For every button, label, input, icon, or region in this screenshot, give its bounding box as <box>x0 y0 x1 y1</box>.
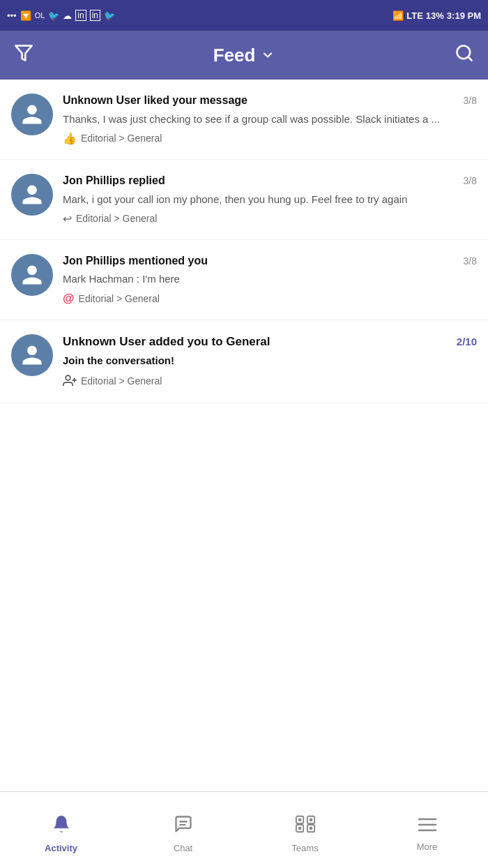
battery-label: 13% <box>426 10 444 21</box>
status-bar-icons: ••• 🔽 OL 🐦 ☁ in in 🐦 <box>7 10 115 21</box>
svg-point-12 <box>298 818 301 821</box>
feed-item-4[interactable]: Unknown User added you to General 2/10 J… <box>0 320 488 403</box>
twitter-icon-2: 🐦 <box>104 10 115 21</box>
wifi-icon: 📶 <box>392 10 404 21</box>
bell-icon <box>52 814 71 839</box>
svg-point-13 <box>309 818 312 821</box>
svg-point-3 <box>66 376 70 381</box>
dots-icon: ••• <box>7 10 17 21</box>
feed-meta-4: Editorial > General <box>63 373 477 389</box>
feed-meta-text-4: Editorial > General <box>81 375 162 387</box>
svg-marker-0 <box>15 45 31 60</box>
feed-date-3: 3/8 <box>464 255 477 267</box>
header-title: Feed <box>213 45 256 66</box>
feed-content-2: Jon Phillips replied 3/8 Mark, i got you… <box>63 174 477 225</box>
feed-meta-text-2: Editorial > General <box>76 213 157 224</box>
teams-icon <box>295 814 316 839</box>
feed-title-1: Unknown User liked your message <box>63 93 458 108</box>
header-title-area: Feed <box>213 45 275 66</box>
nav-item-teams[interactable]: Teams <box>244 807 366 853</box>
feed-date-4: 2/10 <box>457 336 477 347</box>
nav-item-chat[interactable]: Chat <box>122 807 244 853</box>
feed-content-1: Unknown User liked your message 3/8 Than… <box>63 93 477 145</box>
avatar-3 <box>11 254 53 296</box>
feed-item-1[interactable]: Unknown User liked your message 3/8 Than… <box>0 80 488 160</box>
feed-meta-1: 👍 Editorial > General <box>63 132 477 145</box>
cloud-icon: ☁ <box>63 10 72 21</box>
feed-title-4: Unknown User added you to General <box>63 334 451 350</box>
feed-meta-2: ↩ Editorial > General <box>63 212 477 225</box>
feed-body-2: Mark, i got your call ion my phone, then… <box>63 192 477 207</box>
like-icon: 👍 <box>63 132 77 145</box>
feed-body-4: Join the conversation! <box>63 353 477 368</box>
svg-point-15 <box>309 826 312 830</box>
app-icon-2: OL <box>35 11 45 20</box>
chevron-down-icon <box>261 48 275 62</box>
avatar-1 <box>11 93 53 135</box>
feed-date-2: 3/8 <box>464 175 477 186</box>
feed-title-row-2: Jon Phillips replied 3/8 <box>63 174 477 188</box>
header: Feed <box>0 31 488 80</box>
feed-title-3: Jon Phillips mentioned you <box>63 254 458 269</box>
more-icon <box>418 816 437 837</box>
nav-label-more: More <box>417 841 438 852</box>
feed-item-3[interactable]: Jon Phillips mentioned you 3/8 Mark Hach… <box>0 240 488 321</box>
feed-meta-3: @ Editorial > General <box>63 292 477 306</box>
feed-meta-text-3: Editorial > General <box>79 293 160 304</box>
svg-line-2 <box>468 57 471 60</box>
avatar-4 <box>11 334 53 376</box>
linkedin-icon-2: in <box>90 10 100 21</box>
nav-item-more[interactable]: More <box>366 809 488 852</box>
feed-date-1: 3/8 <box>464 95 477 106</box>
feed-body-3: Mark Hachman : I'm here <box>63 271 477 286</box>
svg-point-14 <box>298 826 301 830</box>
feed-list: Unknown User liked your message 3/8 Than… <box>0 80 488 403</box>
reply-icon: ↩ <box>63 212 72 225</box>
nav-label-chat: Chat <box>174 843 192 853</box>
feed-item-2[interactable]: Jon Phillips replied 3/8 Mark, i got you… <box>0 160 488 240</box>
group-add-icon <box>63 373 77 389</box>
avatar-2 <box>11 174 53 216</box>
app-icon-1: 🔽 <box>20 10 31 21</box>
linkedin-icon-1: in <box>75 10 86 21</box>
chat-icon <box>174 814 193 839</box>
nav-item-activity[interactable]: Activity <box>0 807 122 853</box>
feed-body-1: Thanks, I was just checking to see if a … <box>63 112 477 126</box>
nav-label-activity: Activity <box>45 843 77 853</box>
feed-meta-text-1: Editorial > General <box>81 133 162 144</box>
bottom-nav: Activity Chat Te <box>0 791 488 868</box>
status-bar: ••• 🔽 OL 🐦 ☁ in in 🐦 📶 LTE 13% 3:19 PM <box>0 0 488 31</box>
feed-title-row-1: Unknown User liked your message 3/8 <box>63 93 477 108</box>
lte-label: LTE <box>406 10 423 21</box>
twitter-icon-1: 🐦 <box>48 10 59 21</box>
feed-title-row-3: Jon Phillips mentioned you 3/8 <box>63 254 477 269</box>
feed-title-2: Jon Phillips replied <box>63 174 458 188</box>
time-label: 3:19 PM <box>447 10 481 21</box>
mention-icon: @ <box>63 292 75 306</box>
feed-content-4: Unknown User added you to General 2/10 J… <box>63 334 477 389</box>
filter-button[interactable] <box>14 43 33 68</box>
status-bar-right: 📶 LTE 13% 3:19 PM <box>392 10 481 21</box>
feed-content-3: Jon Phillips mentioned you 3/8 Mark Hach… <box>63 254 477 306</box>
search-button[interactable] <box>455 43 474 68</box>
feed-title-row-4: Unknown User added you to General 2/10 <box>63 334 477 350</box>
nav-label-teams: Teams <box>291 843 318 853</box>
